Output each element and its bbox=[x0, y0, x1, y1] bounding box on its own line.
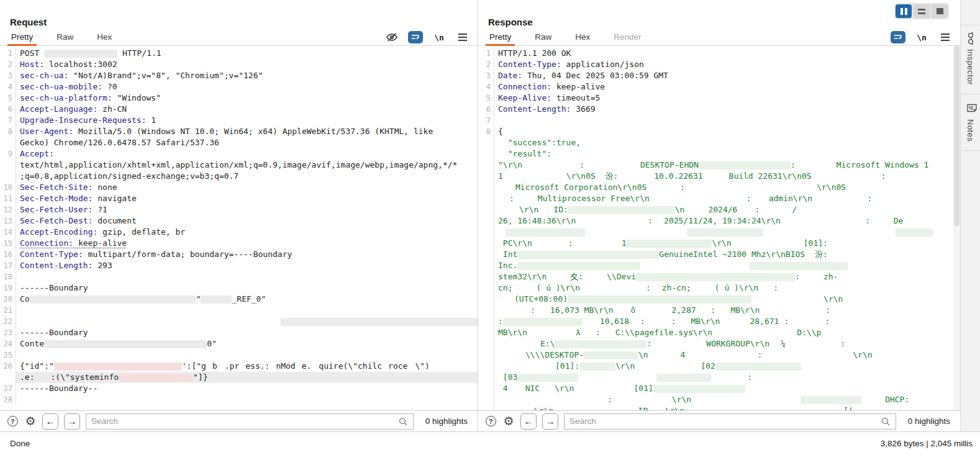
rows-layout-icon[interactable] bbox=[914, 4, 930, 18]
spacer bbox=[498, 351, 525, 359]
response-scrollbar[interactable] bbox=[953, 46, 960, 410]
code-row: 16Content-Type: multipart/form-data; bou… bbox=[0, 249, 478, 260]
help-icon[interactable]: ? bbox=[484, 415, 497, 428]
request-editor[interactable]: 1POST HTTP/1.12Host: localhost:30023sec-… bbox=[0, 46, 478, 410]
spacer bbox=[786, 340, 840, 348]
request-tab-raw[interactable]: Raw bbox=[55, 30, 75, 45]
spacer bbox=[498, 307, 530, 315]
redacted-block bbox=[568, 295, 751, 304]
code-row: 20Co"_REF_0" bbox=[0, 294, 478, 305]
spacer bbox=[635, 307, 671, 315]
code-row: 19------Boundary bbox=[0, 282, 478, 294]
spacer bbox=[547, 273, 570, 281]
menu-icon[interactable] bbox=[455, 31, 470, 43]
spacer bbox=[498, 228, 506, 237]
prev-match-button[interactable]: ← bbox=[42, 413, 58, 430]
request-search-input[interactable] bbox=[91, 417, 397, 426]
code-row: [03: bbox=[478, 372, 960, 383]
newline-toggle-icon[interactable]: \n bbox=[914, 31, 929, 43]
code-row: 26, 16:48:36\r\n:2025/11/24, 19:34:24\r\… bbox=[478, 215, 960, 227]
spacer bbox=[629, 318, 640, 326]
code-row bbox=[478, 227, 960, 238]
help-icon[interactable]: ? bbox=[6, 415, 19, 428]
sidebar-tab-inspector[interactable]: Inspector bbox=[961, 25, 980, 94]
code-row: Microsoft Corporation\r\n0S:\r\n0S bbox=[478, 182, 960, 193]
line-number bbox=[478, 349, 494, 361]
sidebar-tab-notes[interactable]: Notes bbox=[961, 94, 980, 151]
line-number: 7 bbox=[478, 115, 494, 126]
menu-icon[interactable] bbox=[938, 31, 953, 43]
redacted-block bbox=[506, 228, 585, 237]
single-layout-icon[interactable] bbox=[932, 4, 948, 18]
spacer bbox=[614, 307, 631, 315]
columns-layout-icon[interactable] bbox=[896, 4, 912, 18]
code-row: 7 bbox=[478, 115, 960, 126]
prev-match-button[interactable]: ← bbox=[520, 413, 537, 430]
response-title: Response bbox=[488, 17, 533, 29]
word-wrap-icon[interactable] bbox=[408, 31, 423, 43]
code-row: 4sec-ch-ua-mobile: ?0 bbox=[0, 81, 478, 92]
next-match-button[interactable]: → bbox=[542, 413, 558, 430]
status-bar: Done 3,826 bytes | 2,045 millis bbox=[0, 431, 980, 455]
scrollbar-thumb[interactable] bbox=[954, 46, 960, 226]
request-tab-pretty[interactable]: Pretty bbox=[10, 30, 34, 45]
gear-icon[interactable]: ⚙ bbox=[502, 415, 515, 428]
line-number bbox=[478, 383, 494, 394]
spacer bbox=[685, 351, 757, 359]
response-tab-render[interactable]: Render bbox=[612, 30, 642, 45]
code-row: 23------Boundary bbox=[0, 327, 478, 338]
spacer bbox=[498, 195, 509, 203]
spacer bbox=[498, 295, 514, 304]
response-search-input[interactable] bbox=[569, 417, 879, 426]
status-message: Done bbox=[10, 439, 30, 448]
response-tab-raw[interactable]: Raw bbox=[533, 30, 553, 45]
spacer bbox=[789, 318, 825, 326]
spacer bbox=[574, 385, 633, 393]
gear-icon[interactable]: ⚙ bbox=[24, 415, 37, 428]
redacted-block bbox=[750, 262, 848, 270]
spacer bbox=[796, 161, 837, 169]
next-match-button[interactable]: → bbox=[64, 413, 80, 430]
code-row: 4Connection: keep-alive bbox=[478, 81, 960, 92]
request-tab-hex[interactable]: Hex bbox=[96, 30, 113, 45]
word-wrap-icon[interactable] bbox=[891, 31, 905, 43]
spacer bbox=[648, 407, 665, 410]
code-row: 17Content-Length: 293 bbox=[0, 260, 478, 271]
line-number bbox=[478, 148, 494, 160]
redacted-block bbox=[54, 363, 182, 371]
code-row: 15Connection: keep-alive bbox=[0, 238, 478, 249]
spacer bbox=[720, 318, 750, 326]
line-number: 12 bbox=[0, 204, 16, 215]
spacer bbox=[532, 240, 568, 248]
line-number: 6 bbox=[0, 104, 16, 115]
spacer bbox=[618, 173, 654, 181]
spacer bbox=[311, 363, 319, 371]
line-number: 21 bbox=[0, 305, 16, 316]
line-number: 27 bbox=[0, 383, 16, 394]
spacer bbox=[239, 363, 245, 371]
spacer bbox=[573, 240, 622, 248]
code-row: 11Sec-Fetch-Mode: navigate bbox=[0, 193, 478, 204]
spacer bbox=[583, 318, 600, 326]
line-number: 24 bbox=[0, 338, 16, 349]
response-tab-hex[interactable]: Hex bbox=[574, 30, 591, 45]
code-row: 1\r\n0S 汾:10.0.22631Build 22631\r\n0S: bbox=[478, 171, 960, 182]
redacted-block bbox=[801, 396, 861, 404]
redacted-block bbox=[517, 374, 578, 382]
hide-eye-icon[interactable] bbox=[384, 31, 399, 43]
line-number bbox=[0, 372, 16, 383]
spacer bbox=[270, 363, 276, 371]
code-row: 6Accept-Language: zh-CN bbox=[0, 104, 478, 115]
notes-icon bbox=[964, 104, 977, 112]
spacer bbox=[498, 340, 540, 348]
line-number bbox=[478, 305, 494, 316]
redacted-block bbox=[699, 161, 791, 169]
line-number bbox=[478, 271, 494, 282]
code-row: 13Sec-Fetch-Dest: document bbox=[0, 215, 478, 227]
response-editor[interactable]: 1HTTP/1.1 200 OK2Content-Type: applicati… bbox=[478, 46, 960, 410]
line-number: 9 bbox=[0, 148, 16, 160]
spacer bbox=[20, 318, 281, 326]
response-search-field bbox=[564, 413, 896, 430]
response-tab-pretty[interactable]: Pretty bbox=[488, 30, 512, 45]
newline-toggle-icon[interactable]: \n bbox=[432, 31, 447, 43]
